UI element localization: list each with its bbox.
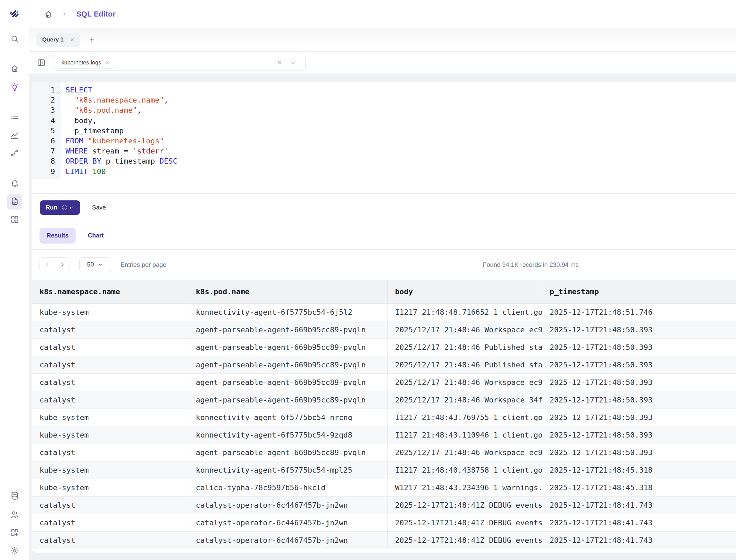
table-row[interactable]: catalystcatalyst-operator-6c4467457b-jn2…: [32, 497, 736, 514]
table-row[interactable]: catalystcatalyst-operator-6c4467457b-jn2…: [32, 514, 736, 532]
table-cell: 2025/12/17 21:48:46 Published stat: [388, 339, 542, 356]
table-row[interactable]: kube-systemkonnectivity-agent-6f5775bc54…: [32, 426, 736, 444]
table-cell: 2025-12-17T21:48:50.393: [542, 444, 736, 461]
table-row[interactable]: kube-systemkonnectivity-agent-6f5775bc54…: [32, 304, 736, 321]
sidebar-item-sql-file-icon[interactable]: SQL: [7, 194, 22, 209]
table-cell: kube-system: [32, 409, 188, 426]
table-row[interactable]: catalystagent-parseable-agent-669b95cc89…: [32, 374, 736, 391]
table-cell: catalyst: [32, 339, 188, 356]
save-button[interactable]: Save: [90, 204, 108, 212]
entries-per-page-label: Entries per page: [121, 261, 166, 269]
table-cell: catalyst: [32, 321, 188, 338]
main-area: SQL Editor Query 1 kubernetes-logs: [29, 0, 736, 560]
tab-results[interactable]: Results: [40, 228, 76, 244]
sidebar-item-apps-icon[interactable]: [7, 212, 22, 228]
editor-gutter: 123456789: [32, 82, 61, 179]
app-logo-icon[interactable]: [8, 7, 21, 21]
search-icon: [10, 34, 19, 45]
sidebar-item-settings-icon[interactable]: [7, 543, 22, 559]
table-cell: 2025-12-17T21:48:50.393: [542, 426, 736, 444]
table-cell: catalyst: [32, 444, 188, 461]
sql-file-icon: SQL: [10, 197, 19, 207]
sidebar-item-database-icon[interactable]: [7, 488, 22, 504]
table-cell: agent-parseable-agent-669b95cc89-pvqln: [188, 321, 388, 338]
table-cell: agent-parseable-agent-669b95cc89-pvqln: [188, 339, 388, 356]
code-line: body,: [65, 116, 736, 126]
page-nav: [40, 257, 70, 272]
line-number: 5: [32, 126, 61, 136]
table-row[interactable]: kube-systemkonnectivity-agent-6f5775bc54…: [32, 461, 736, 479]
run-button[interactable]: Run ⌘ ↵: [40, 200, 80, 215]
chevron-down-icon[interactable]: [290, 59, 296, 66]
sql-token: FROM: [65, 137, 83, 145]
stream-select[interactable]: kubernetes-logs: [53, 55, 306, 71]
sidebar-item-bell-icon[interactable]: [7, 176, 22, 192]
table-cell: 2025/12/17 21:48:46 Workspace 34f6: [388, 391, 542, 409]
stream-select-row: kubernetes-logs: [29, 52, 736, 74]
sidebar-item-home-icon[interactable]: [7, 61, 22, 77]
table-cell: catalyst-operator-6c4467457b-jn2wn: [188, 532, 388, 549]
table-cell: 2025-12-17T21:48:45.318: [542, 479, 736, 496]
close-icon[interactable]: [105, 60, 110, 65]
sidebar-item-search-icon[interactable]: [7, 32, 22, 47]
sql-token: ,: [137, 106, 141, 114]
line-number: 4: [32, 116, 61, 126]
table-cell: agent-parseable-agent-669b95cc89-pvqln: [188, 374, 388, 391]
table-row[interactable]: catalystagent-parseable-agent-669b95cc89…: [32, 444, 736, 461]
table-row[interactable]: catalystagent-parseable-agent-669b95cc89…: [32, 321, 736, 339]
tab-chart[interactable]: Chart: [88, 232, 104, 239]
table-row[interactable]: kube-systemcalico-typha-78c9597b56-hkcld…: [32, 479, 736, 497]
home-icon[interactable]: [44, 10, 53, 19]
table-cell: 2025-12-17T21:48:41Z DEBUG events: [388, 514, 542, 531]
run-label: Run: [46, 204, 57, 211]
sidebar-item-users-icon[interactable]: [7, 507, 22, 523]
sql-token: [88, 167, 92, 176]
column-header-body: body: [388, 280, 542, 303]
sql-token: LIMIT: [65, 167, 88, 176]
list-icon: [10, 112, 19, 122]
table-cell: 2025-12-17T21:48:41Z DEBUG events: [388, 532, 542, 549]
sidebar-item-apps-plus-icon[interactable]: [7, 525, 22, 541]
next-page-button[interactable]: [55, 258, 70, 272]
clear-selection-icon[interactable]: [277, 59, 283, 66]
table-row[interactable]: catalystcatalyst-operator-6c4467457b-jn2…: [32, 532, 736, 549]
table-cell: catalyst: [32, 374, 188, 391]
editor-code: SELECT "k8s.namespace.name", "k8s.pod.na…: [61, 82, 736, 177]
sidebar-item-lightbulb-icon[interactable]: [7, 80, 22, 95]
sidebar-divider: [8, 103, 21, 103]
table-cell: 2025-12-17T21:48:41.743: [542, 514, 736, 531]
table-row[interactable]: catalystagent-parseable-agent-669b95cc89…: [32, 339, 736, 356]
code-line: SELECT: [65, 85, 736, 95]
result-tabs: Results Chart: [32, 222, 736, 250]
table-cell: catalyst: [32, 391, 188, 409]
sidebar-item-chart-icon[interactable]: [7, 128, 22, 143]
code-line: LIMIT 100: [65, 167, 736, 177]
table-cell: kube-system: [32, 426, 188, 444]
tab-query-1[interactable]: Query 1: [36, 33, 80, 47]
sql-token: "k8s.pod.name": [75, 106, 137, 114]
table-row[interactable]: catalystagent-parseable-agent-669b95cc89…: [32, 391, 736, 409]
route-icon: [10, 148, 19, 159]
table-cell: I1217 21:48:43.769755 1 client.go:: [388, 409, 542, 426]
query-tab-bar: Query 1: [29, 28, 736, 52]
close-icon[interactable]: [70, 37, 75, 43]
table-cell: 2025/12/17 21:48:46 Published stat: [388, 356, 542, 373]
pagination-bar: 50 Entries per page Found 94.1K records …: [32, 250, 736, 280]
add-tab-button[interactable]: [88, 36, 96, 44]
settings-icon: [10, 546, 19, 557]
table-row[interactable]: catalystagent-parseable-agent-669b95cc89…: [32, 356, 736, 374]
panel-toggle-icon[interactable]: [37, 58, 46, 67]
table-cell: 2025-12-17T21:48:50.393: [542, 409, 736, 426]
sidebar-item-list-icon[interactable]: [7, 109, 22, 124]
table-row[interactable]: kube-systemkonnectivity-agent-6f5775bc54…: [32, 409, 736, 426]
sql-token: SELECT: [65, 86, 92, 94]
editor-toolbar: Run ⌘ ↵ Save: [32, 194, 736, 222]
page-size-select[interactable]: 50: [79, 257, 111, 272]
prev-page-button[interactable]: [40, 258, 55, 272]
table-cell: 2025/12/17 21:48:46 Workspace ec9: [388, 444, 542, 461]
table-cell: 2025-12-17T21:48:50.393: [542, 339, 736, 356]
sidebar-item-route-icon[interactable]: [7, 146, 22, 161]
sql-editor[interactable]: 123456789 SELECT "k8s.namespace.name", "…: [32, 82, 736, 194]
records-summary: Found 94.1K records in 230.94 ms: [483, 261, 579, 269]
table-cell: konnectivity-agent-6f5775bc54-6j5l2: [188, 304, 388, 321]
